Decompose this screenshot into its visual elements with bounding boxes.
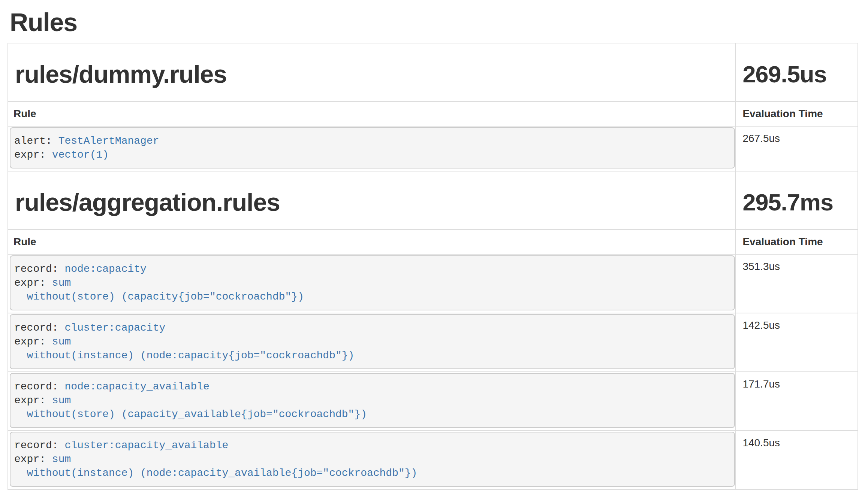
rule-type-label: alert: [14,135,52,147]
column-header-rule: Rule [8,230,735,254]
rule-definition: record: node:capacity expr: sum without(… [10,255,735,310]
rule-row: record: node:capacity expr: sum without(… [8,254,858,313]
rule-type-label: record: [14,322,58,334]
rule-name-link[interactable]: cluster:capacity_available [64,440,228,451]
evaluation-time-value: 351.3us [735,254,858,313]
evaluation-time-value: 267.5us [735,126,858,171]
expr-label: expr: [14,277,46,289]
rule-cell: record: cluster:capacity expr: sum witho… [8,313,735,372]
expr-continuation-link[interactable]: without(instance) (node:capacity_availab… [27,467,418,479]
column-header-row: Rule Evaluation Time [8,230,858,254]
expr-link[interactable]: sum [52,336,71,347]
rule-cell: record: node:capacity_available expr: su… [8,372,735,431]
rule-cell: alert: TestAlertManager expr: vector(1) [8,126,735,171]
group-header-row: rules/dummy.rules 269.5us [8,43,858,101]
expr-label: expr: [14,336,46,347]
evaluation-time-value: 142.5us [735,313,858,372]
group-title-cell: rules/aggregation.rules [8,171,735,230]
rule-row: record: cluster:capacity expr: sum witho… [8,313,858,372]
rule-definition: record: cluster:capacity expr: sum witho… [10,314,735,369]
expr-link[interactable]: sum [52,395,71,406]
rule-name-link[interactable]: node:capacity [64,263,146,275]
column-header-evaluation-time: Evaluation Time [735,101,858,126]
group-eval-cell: 269.5us [735,43,858,101]
expr-continuation-link[interactable]: without(instance) (node:capacity{job="co… [27,350,355,361]
expr-link[interactable]: vector(1) [52,149,109,161]
group-file-title: rules/aggregation.rules [15,189,730,216]
rule-definition: alert: TestAlertManager expr: vector(1) [10,127,735,168]
rules-page: Rules rules/dummy.rules 269.5us Rule Eva… [0,8,868,490]
rule-name-link[interactable]: TestAlertManager [58,135,159,147]
rule-name-link[interactable]: cluster:capacity [64,322,165,334]
expr-label: expr: [14,453,46,465]
expr-link[interactable]: sum [52,277,71,289]
expr-continuation-link[interactable]: without(store) (capacity_available{job="… [27,409,367,420]
rule-definition: record: node:capacity_available expr: su… [10,373,735,428]
rule-row: record: node:capacity_available expr: su… [8,372,858,431]
expr-continuation-link[interactable]: without(store) (capacity{job="cockroachd… [27,291,304,303]
evaluation-time-value: 140.5us [735,431,858,489]
group-evaluation-total: 269.5us [742,61,852,88]
group-eval-cell: 295.7ms [735,171,858,230]
rule-cell: record: node:capacity expr: sum without(… [8,254,735,313]
group-file-title: rules/dummy.rules [15,61,730,88]
rule-row: record: cluster:capacity_available expr:… [8,431,858,489]
expr-label: expr: [14,149,46,161]
rule-name-link[interactable]: node:capacity_available [64,381,209,392]
expr-label: expr: [14,395,46,406]
rule-type-label: record: [14,440,58,451]
rule-type-label: record: [14,263,58,275]
group-header-row: rules/aggregation.rules 295.7ms [8,171,858,230]
rules-table: rules/dummy.rules 269.5us Rule Evaluatio… [7,43,858,490]
column-header-rule: Rule [8,101,735,126]
group-evaluation-total: 295.7ms [742,189,852,216]
evaluation-time-value: 171.7us [735,372,858,431]
column-header-row: Rule Evaluation Time [8,101,858,126]
rule-row: alert: TestAlertManager expr: vector(1) … [8,126,858,171]
column-header-evaluation-time: Evaluation Time [735,230,858,254]
expr-link[interactable]: sum [52,453,71,465]
page-title: Rules [10,8,868,36]
group-title-cell: rules/dummy.rules [8,43,735,101]
rule-cell: record: cluster:capacity_available expr:… [8,431,735,489]
rule-definition: record: cluster:capacity_available expr:… [10,432,735,487]
rule-type-label: record: [14,381,58,392]
